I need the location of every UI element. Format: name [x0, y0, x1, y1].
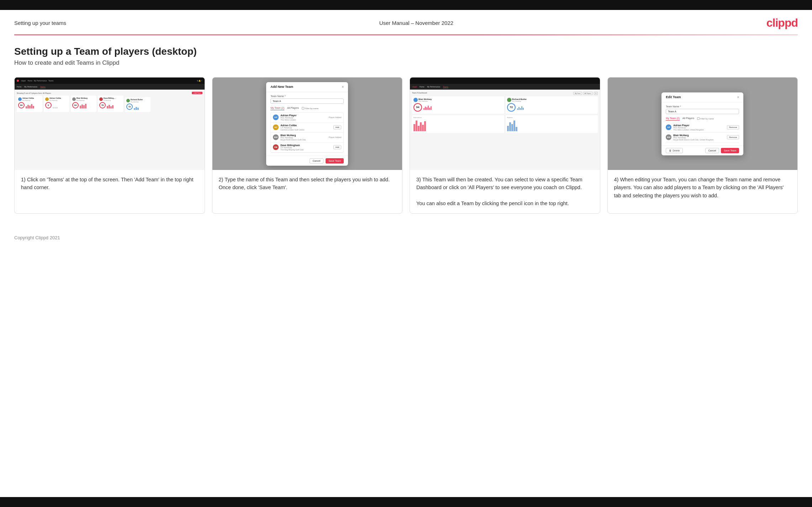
- edit-footer-right: Cancel Save Team: [705, 148, 739, 153]
- card-1: clippd Home My Performance Teams ⚙ 🔔 × H…: [14, 77, 205, 214]
- page-title: Setting up a Team of players (desktop): [14, 46, 798, 57]
- player-name: Dave Billingham: [280, 144, 331, 146]
- copyright-text: Copyright Clippd 2021: [14, 235, 60, 240]
- list-item: BM Blair McHarg Plus HandicapRoyal North…: [271, 133, 343, 143]
- player-club: Plus HandicapRoyal North Devon Golf Club: [280, 137, 327, 141]
- trash-icon: 🗑: [669, 149, 671, 152]
- bottom-bar: [0, 497, 812, 507]
- card-2-screenshot: Add New Team × Team Name * Team A My Tea…: [212, 78, 402, 170]
- player-added-label: Player Added: [329, 116, 342, 118]
- remove-player-button[interactable]: Remove: [727, 135, 739, 139]
- modal-header: Add New Team ×: [266, 82, 348, 92]
- cancel-button[interactable]: Cancel: [310, 158, 324, 164]
- avatar: AP: [273, 114, 279, 120]
- modal-footer: Cancel Save Team: [266, 156, 348, 166]
- card-2-text: 2) Type the name of this Team and then s…: [212, 170, 402, 213]
- edit-team-modal: Edit Team × Team Name * Team A My Team (…: [661, 92, 743, 155]
- cancel-button[interactable]: Cancel: [705, 148, 719, 153]
- tab-all-players[interactable]: All Players: [682, 117, 694, 120]
- list-item: AP Adrian Player Plus HandicapThe Shire …: [271, 113, 343, 123]
- player-detail: Plus HandicapRoyal North Devon Golf Club…: [673, 137, 725, 141]
- header-center-text: User Manual – November 2022: [379, 20, 453, 26]
- avatar: DB: [273, 144, 279, 150]
- add-team-modal: Add New Team × Team Name * Team A My Tea…: [266, 82, 348, 166]
- page-subtitle: How to create and edit Teams in Clippd: [14, 59, 798, 66]
- card-4-text: 4) When editing your Team, you can chang…: [608, 170, 798, 213]
- edit-modal-body: Team Name * Team A My Team (2) All Playe…: [661, 102, 743, 145]
- team-name-label: Team Name *: [666, 105, 739, 108]
- edit-modal-header: Edit Team ×: [661, 92, 743, 102]
- team-name-input[interactable]: Team A: [270, 98, 344, 104]
- player-club: Plus HandicapThe Shire London: [280, 117, 327, 121]
- tab-my-team[interactable]: My Team (2): [666, 117, 680, 121]
- player-club: 1.5 HandicapCentral London Golf Centre: [280, 127, 331, 131]
- team-name-input[interactable]: Team A: [666, 109, 739, 114]
- player-added-label: Player Added: [329, 136, 342, 138]
- edit-modal-tabs: My Team (2) All Players Filter by name: [666, 117, 739, 121]
- player-name: Adrian Player: [280, 114, 327, 117]
- player-name: Blair McHarg: [280, 134, 327, 137]
- player-club: 3.5 HandicapThe Dog Maying Golf Club: [280, 146, 331, 151]
- remove-player-button[interactable]: Remove: [727, 125, 739, 129]
- header: Setting up your teams User Manual – Nove…: [0, 10, 812, 34]
- player-name: Adrian Coliba: [280, 124, 331, 127]
- save-team-button[interactable]: Save Team: [721, 148, 739, 153]
- edit-player-list: AP Adrian Player Plus HandicapThe Shire …: [666, 123, 739, 143]
- page-content: Setting up a Team of players (desktop) H…: [0, 35, 812, 231]
- card-2: Add New Team × Team Name * Team A My Tea…: [212, 77, 403, 214]
- avatar: BM: [273, 134, 279, 140]
- cards-row: clippd Home My Performance Teams ⚙ 🔔 × H…: [14, 77, 798, 214]
- card-1-text: 1) Click on 'Teams' at the top of the sc…: [15, 170, 205, 213]
- team-name-label: Team Name *: [270, 95, 344, 97]
- tab-my-team[interactable]: My Team (2): [270, 107, 284, 110]
- card-4-screenshot: Edit Team × Team Name * Team A My Team (…: [608, 78, 798, 170]
- modal-close-icon[interactable]: ×: [342, 85, 344, 89]
- modal-tabs: My Team (2) All Players Filter by name: [270, 107, 344, 110]
- card-3-screenshot: clippd Home My Performance Teams Team A …: [410, 78, 600, 170]
- avatar: AC: [273, 124, 279, 130]
- add-player-button[interactable]: Add: [333, 145, 342, 149]
- list-item: DB Dave Billingham 3.5 HandicapThe Dog M…: [271, 143, 343, 153]
- add-player-button[interactable]: Add: [333, 125, 342, 129]
- modal-body: Team Name * Team A My Team (2) All Playe…: [266, 92, 348, 156]
- top-bar: [0, 0, 812, 10]
- card-4: Edit Team × Team Name * Team A My Team (…: [607, 77, 798, 214]
- filter-by-name: Filter by name: [302, 107, 318, 110]
- card-3: clippd Home My Performance Teams Team A …: [410, 77, 600, 214]
- list-item: AC Adrian Coliba 1.5 HandicapCentral Lon…: [271, 123, 343, 133]
- clippd-logo: clippd: [766, 16, 798, 29]
- player-detail: Plus HandicapThe Shire London, United Ki…: [673, 127, 725, 131]
- player-list: AP Adrian Player Plus HandicapThe Shire …: [270, 112, 344, 153]
- modal-title: Add New Team: [270, 85, 293, 89]
- edit-modal-close-icon[interactable]: ×: [737, 95, 739, 99]
- avatar: BM: [666, 134, 671, 140]
- filter-by-name: Filter by name: [697, 117, 714, 120]
- player-name: Blair McHarg: [673, 134, 725, 137]
- delete-team-button[interactable]: 🗑 Delete: [666, 148, 683, 153]
- avatar: AP: [666, 124, 671, 130]
- list-item: BM Blair McHarg Plus HandicapRoyal North…: [666, 133, 739, 143]
- header-left-text: Setting up your teams: [14, 20, 66, 26]
- player-name: Adrian Player: [673, 124, 725, 127]
- card-1-screenshot: clippd Home My Performance Teams ⚙ 🔔 × H…: [15, 78, 205, 170]
- save-team-button[interactable]: Save Team: [326, 158, 344, 164]
- list-item: AP Adrian Player Plus HandicapThe Shire …: [666, 123, 739, 133]
- edit-modal-footer: 🗑 Delete Cancel Save Team: [661, 145, 743, 155]
- card-3-text: 3) This Team will then be created. You c…: [410, 170, 600, 213]
- logo-area: clippd: [766, 16, 798, 30]
- edit-modal-title: Edit Team: [666, 95, 681, 99]
- tab-all-players[interactable]: All Players: [287, 107, 299, 110]
- page-footer: Copyright Clippd 2021: [0, 231, 812, 247]
